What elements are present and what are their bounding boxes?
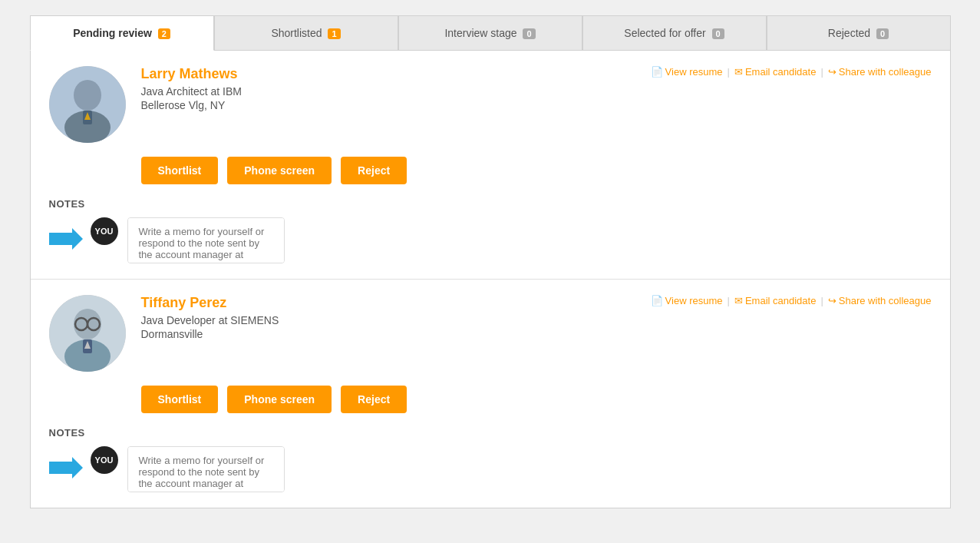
tab-selected-for-offer-badge: 0 <box>712 28 724 39</box>
candidate-location-larry: Bellerose Vlg, NY <box>141 99 635 111</box>
resume-icon-tiffany: 📄 <box>651 295 663 306</box>
candidate-info-tiffany: Tiffany Perez Java Developer at SIEMENS … <box>141 295 635 340</box>
share-icon-tiffany: ↪ <box>828 295 836 306</box>
candidate-name-larry: Larry Mathews <box>141 66 635 82</box>
tab-shortlisted-badge: 1 <box>328 28 340 39</box>
candidate-buttons-tiffany: Shortlist Phone screen Reject <box>141 386 932 413</box>
tab-rejected-label: Rejected <box>828 27 870 39</box>
notes-outer-tiffany: YOU <box>49 446 932 492</box>
email-icon-larry: ✉ <box>734 66 743 78</box>
main-container: Pending review 2 Shortlisted 1 Interview… <box>30 15 951 508</box>
notes-row-larry: YOU <box>91 217 285 263</box>
notes-section-tiffany: NOTES YOU <box>49 427 932 492</box>
candidate-name-tiffany: Tiffany Perez <box>141 295 635 311</box>
reject-button-larry[interactable]: Reject <box>341 157 407 184</box>
tabs-bar: Pending review 2 Shortlisted 1 Interview… <box>30 15 951 51</box>
candidate-card-larry-mathews: Larry Mathews Java Architect at IBM Bell… <box>31 51 950 280</box>
content-area: Larry Mathews Java Architect at IBM Bell… <box>30 51 951 508</box>
tab-pending-review-badge: 2 <box>158 28 170 39</box>
candidate-top-tiffany: Tiffany Perez Java Developer at SIEMENS … <box>49 295 932 372</box>
resume-icon-larry: 📄 <box>651 66 663 78</box>
tab-pending-review[interactable]: Pending review 2 <box>30 15 214 51</box>
tab-interview-stage-label: Interview stage <box>444 27 516 39</box>
tab-selected-for-offer[interactable]: Selected for offer 0 <box>582 15 767 51</box>
tab-shortlisted-label: Shortlisted <box>271 27 322 39</box>
candidate-buttons-larry: Shortlist Phone screen Reject <box>141 157 932 184</box>
notes-input-larry[interactable] <box>127 217 285 263</box>
shortlist-button-larry[interactable]: Shortlist <box>141 157 219 184</box>
notes-label-larry: NOTES <box>49 198 932 210</box>
candidate-card-tiffany-perez: Tiffany Perez Java Developer at SIEMENS … <box>31 280 950 508</box>
tab-selected-for-offer-label: Selected for offer <box>624 27 705 39</box>
candidate-title-larry: Java Architect at IBM <box>141 85 635 98</box>
candidate-info-larry: Larry Mathews Java Architect at IBM Bell… <box>141 66 635 111</box>
phone-screen-button-larry[interactable]: Phone screen <box>227 157 332 184</box>
notes-label-tiffany: NOTES <box>49 427 932 439</box>
view-resume-link-larry[interactable]: View resume <box>665 66 723 78</box>
candidate-location-tiffany: Dormansville <box>141 328 635 340</box>
candidate-actions-larry: 📄 View resume | ✉ Email candidate | ↪ Sh… <box>651 66 932 78</box>
svg-marker-5 <box>49 228 83 250</box>
email-candidate-link-tiffany[interactable]: Email candidate <box>745 295 817 306</box>
notes-input-tiffany[interactable] <box>127 446 285 492</box>
share-icon-larry: ↪ <box>828 66 836 78</box>
avatar-tiffany-perez <box>49 295 126 372</box>
tab-pending-review-label: Pending review <box>73 27 152 39</box>
avatar-larry-mathews <box>49 66 126 143</box>
phone-screen-button-tiffany[interactable]: Phone screen <box>227 386 332 413</box>
notes-outer-larry: YOU <box>49 217 932 263</box>
notes-row-tiffany: YOU <box>91 446 285 492</box>
tab-interview-stage[interactable]: Interview stage 0 <box>398 15 582 51</box>
candidate-actions-tiffany: 📄 View resume | ✉ Email candidate | ↪ Sh… <box>651 295 932 306</box>
candidate-top-larry: Larry Mathews Java Architect at IBM Bell… <box>49 66 932 143</box>
svg-marker-14 <box>49 457 83 478</box>
notes-section-larry: NOTES YOU <box>49 198 932 263</box>
share-colleague-link-larry[interactable]: Share with colleague <box>839 66 932 78</box>
email-icon-tiffany: ✉ <box>734 295 743 306</box>
svg-point-1 <box>74 80 101 111</box>
candidate-title-tiffany: Java Developer at SIEMENS <box>141 314 635 326</box>
you-avatar-larry: YOU <box>91 217 118 245</box>
share-colleague-link-tiffany[interactable]: Share with colleague <box>839 295 932 306</box>
tab-interview-stage-badge: 0 <box>523 28 535 39</box>
email-candidate-link-larry[interactable]: Email candidate <box>745 66 817 78</box>
you-avatar-tiffany: YOU <box>91 446 118 474</box>
tab-shortlisted[interactable]: Shortlisted 1 <box>214 15 398 51</box>
tab-rejected-badge: 0 <box>876 28 889 39</box>
view-resume-link-tiffany[interactable]: View resume <box>665 295 723 306</box>
arrow-indicator-larry <box>49 228 83 253</box>
arrow-indicator-tiffany <box>49 457 83 482</box>
reject-button-tiffany[interactable]: Reject <box>341 386 407 413</box>
shortlist-button-tiffany[interactable]: Shortlist <box>141 386 219 413</box>
tab-rejected[interactable]: Rejected 0 <box>767 15 951 51</box>
